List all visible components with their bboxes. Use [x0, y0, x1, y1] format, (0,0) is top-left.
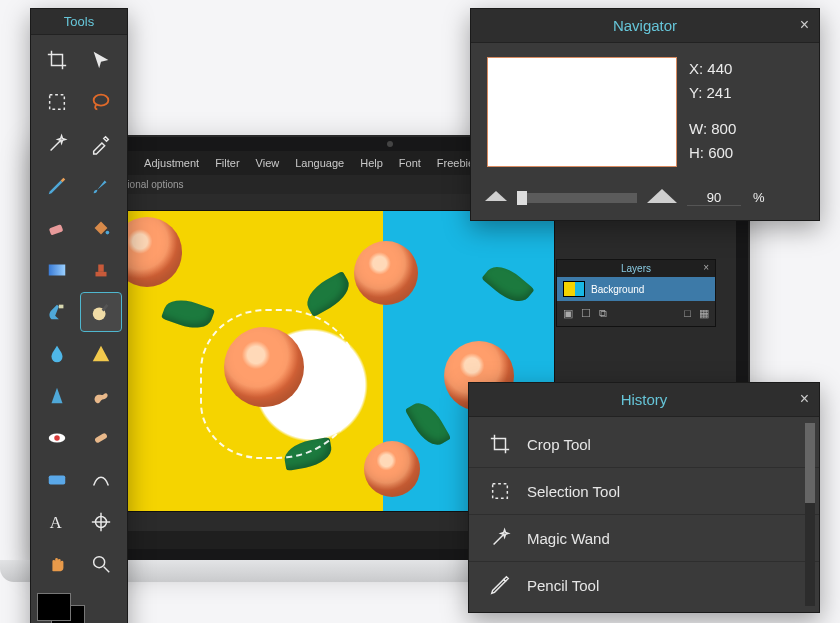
selection-marquee [200, 309, 360, 459]
svg-line-22 [104, 567, 110, 573]
zoom-slider[interactable] [517, 193, 637, 203]
svg-rect-3 [49, 224, 64, 235]
dodge-tool[interactable] [81, 293, 121, 331]
history-title: History × [469, 383, 819, 417]
color-picker-tool[interactable] [81, 125, 121, 163]
stat-x-label: X: [689, 60, 703, 77]
menu-item[interactable]: Help [360, 157, 383, 169]
stat-x-value: 440 [707, 60, 732, 77]
marquee-tool[interactable] [37, 83, 77, 121]
crosshair-tool[interactable] [81, 503, 121, 541]
stat-w-value: 800 [711, 120, 736, 137]
history-panel: History × Crop Tool Selection Tool Magic… [468, 382, 820, 613]
zoom-percent-label: % [753, 190, 765, 205]
navigator-title-label: Navigator [613, 17, 677, 34]
lasso-tool[interactable] [81, 83, 121, 121]
layers-title: Layers × [557, 260, 715, 277]
crop-tool[interactable] [37, 41, 77, 79]
color-swatches [37, 593, 121, 623]
tools-panel-title: Tools [31, 9, 127, 35]
tool-grid: A [31, 35, 127, 589]
brush-tool[interactable] [81, 167, 121, 205]
selection-icon [489, 480, 511, 502]
navigator-zoom-row: 90 % [471, 181, 819, 220]
healing-tool[interactable] [81, 419, 121, 457]
tools-title-label: Tools [64, 14, 94, 29]
text-tool[interactable]: A [37, 503, 77, 541]
navigator-title: Navigator × [471, 9, 819, 43]
svg-point-2 [94, 95, 109, 106]
layer-action-icon[interactable]: ▣ [563, 307, 573, 320]
layer-action-icon[interactable]: ☐ [581, 307, 591, 320]
navigator-preview[interactable] [487, 57, 677, 167]
menu-item[interactable]: Font [399, 157, 421, 169]
navigator-stats: X: 440 Y: 241 W: 800 H: 600 [689, 57, 736, 165]
svg-rect-7 [98, 265, 104, 272]
paint-bucket-tool[interactable] [81, 209, 121, 247]
sharpen-tool[interactable] [37, 377, 77, 415]
menu-item[interactable]: Filter [215, 157, 239, 169]
svg-marker-12 [52, 388, 63, 404]
history-item[interactable]: Selection Tool [469, 468, 819, 515]
gradient-tool[interactable] [37, 251, 77, 289]
history-scrollbar[interactable] [805, 423, 815, 606]
layer-action-icon[interactable]: □ [684, 307, 691, 320]
layer-action-icon[interactable]: ▦ [699, 307, 709, 320]
shape-tool[interactable] [81, 335, 121, 373]
history-item-label: Pencil Tool [527, 577, 599, 594]
svg-rect-25 [493, 484, 508, 499]
svg-rect-1 [50, 95, 65, 110]
zoom-value[interactable]: 90 [687, 190, 741, 206]
blur-tool[interactable] [37, 293, 77, 331]
smudge-tool[interactable] [81, 377, 121, 415]
zoom-in-icon[interactable] [647, 187, 677, 208]
menu-item[interactable]: Adjustment [144, 157, 199, 169]
history-list: Crop Tool Selection Tool Magic Wand Penc… [469, 417, 819, 612]
history-item-label: Crop Tool [527, 436, 591, 453]
clone-stamp-tool[interactable] [81, 251, 121, 289]
red-eye-tool[interactable] [37, 419, 77, 457]
close-icon[interactable]: × [800, 390, 809, 408]
stat-w-label: W: [689, 120, 707, 137]
line-tool[interactable] [37, 461, 77, 499]
menu-item[interactable]: Language [295, 157, 344, 169]
hand-tool[interactable] [37, 545, 77, 583]
drop-tool[interactable] [37, 335, 77, 373]
layer-row[interactable]: Background [557, 277, 715, 301]
svg-rect-8 [59, 305, 64, 309]
svg-point-14 [54, 435, 60, 441]
svg-rect-15 [94, 432, 108, 443]
history-item[interactable]: Magic Wand [469, 515, 819, 562]
menu-item[interactable]: View [256, 157, 280, 169]
close-icon[interactable]: × [800, 16, 809, 34]
move-tool[interactable] [81, 41, 121, 79]
history-item-label: Magic Wand [527, 530, 610, 547]
stat-y-label: Y: [689, 84, 702, 101]
zoom-out-icon[interactable] [485, 189, 507, 206]
leaf-decoration [161, 294, 215, 335]
svg-marker-11 [93, 346, 110, 362]
layers-title-label: Layers [621, 263, 651, 274]
tools-panel: Tools A [30, 8, 128, 623]
stat-h-value: 600 [708, 144, 733, 161]
freeform-tool[interactable] [81, 461, 121, 499]
layer-action-icon[interactable]: ⧉ [599, 307, 607, 320]
crop-icon [489, 433, 511, 455]
svg-rect-5 [49, 265, 66, 276]
layers-panel: Layers × Background ▣ ☐ ⧉ □ ▦ [556, 259, 716, 327]
foreground-color-swatch[interactable] [37, 593, 71, 621]
magic-wand-tool[interactable] [37, 125, 77, 163]
close-icon[interactable]: × [703, 262, 709, 273]
history-item[interactable]: Crop Tool [469, 421, 819, 468]
history-item-label: Selection Tool [527, 483, 620, 500]
history-item[interactable]: Pencil Tool [469, 562, 819, 608]
layers-footer: ▣ ☐ ⧉ □ ▦ [557, 301, 715, 326]
svg-point-4 [106, 231, 110, 235]
pencil-tool[interactable] [37, 167, 77, 205]
leaf-decoration [405, 397, 452, 452]
eraser-tool[interactable] [37, 209, 77, 247]
zoom-tool[interactable] [81, 545, 121, 583]
svg-marker-0 [94, 52, 109, 69]
svg-rect-16 [49, 475, 66, 484]
leaf-decoration [301, 271, 356, 318]
